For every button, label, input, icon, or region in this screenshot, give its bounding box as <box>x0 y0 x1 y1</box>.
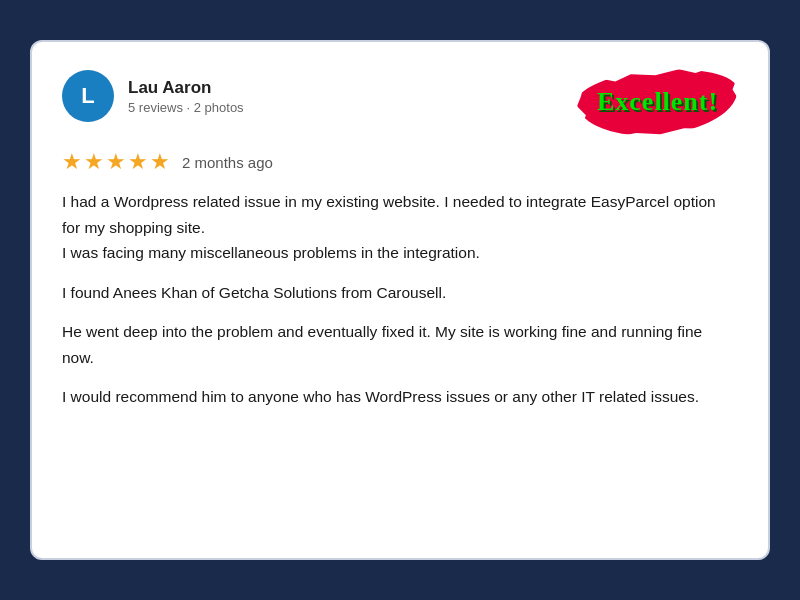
time-ago: 2 months ago <box>182 154 273 171</box>
review-paragraph-2: I found Anees Khan of Getcha Solutions f… <box>62 280 738 306</box>
star-4: ★ <box>128 149 148 175</box>
review-paragraph-4: I would recommend him to anyone who has … <box>62 384 738 410</box>
star-1: ★ <box>62 149 82 175</box>
avatar-initial: L <box>81 83 94 109</box>
stars-row: ★ ★ ★ ★ ★ 2 months ago <box>62 149 738 175</box>
review-paragraph-1: I had a Wordpress related issue in my ex… <box>62 189 738 266</box>
user-info: L Lau Aaron 5 reviews · 2 photos <box>62 70 244 122</box>
card-header: L Lau Aaron 5 reviews · 2 photos Excelle… <box>62 70 738 135</box>
excellent-badge: Excellent! <box>574 63 740 142</box>
avatar: L <box>62 70 114 122</box>
review-paragraph-3: He went deep into the problem and eventu… <box>62 319 738 370</box>
star-5: ★ <box>150 149 170 175</box>
excellent-text: Excellent! <box>597 87 718 117</box>
user-details: Lau Aaron 5 reviews · 2 photos <box>128 78 244 115</box>
stars: ★ ★ ★ ★ ★ <box>62 149 170 175</box>
review-card: L Lau Aaron 5 reviews · 2 photos Excelle… <box>30 40 770 560</box>
review-body: I had a Wordpress related issue in my ex… <box>62 189 738 410</box>
star-3: ★ <box>106 149 126 175</box>
user-meta: 5 reviews · 2 photos <box>128 100 244 115</box>
star-2: ★ <box>84 149 104 175</box>
user-name: Lau Aaron <box>128 78 244 98</box>
